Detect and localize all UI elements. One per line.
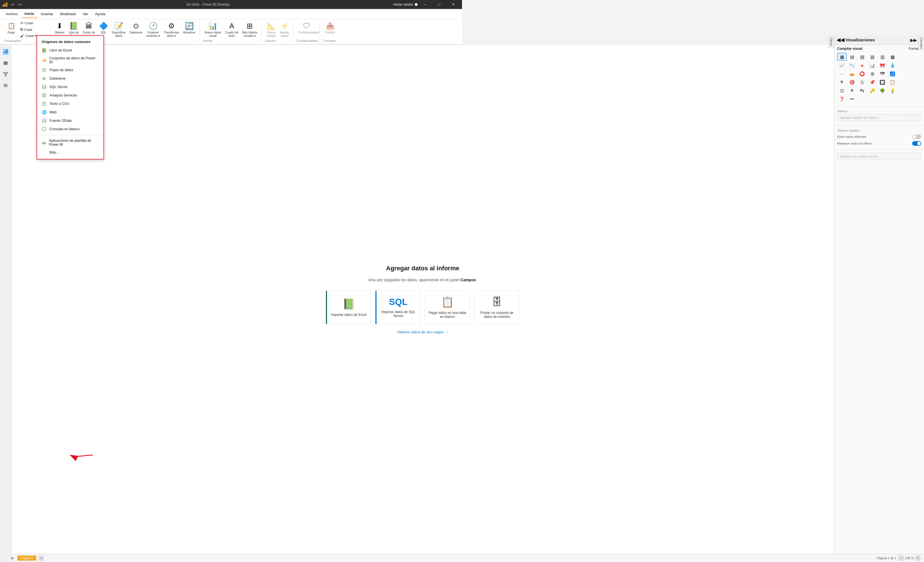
nuevo-objeto-icon: 📊 bbox=[208, 21, 218, 30]
sql-button[interactable]: 🔷 SQL bbox=[97, 20, 110, 35]
transformar-icon: ⚙ bbox=[167, 21, 176, 30]
dropdown-header: Orígenes de datos comunes bbox=[37, 38, 104, 46]
excel-icon: 📗 bbox=[69, 21, 78, 30]
menu-insertar[interactable]: Insertar bbox=[38, 10, 57, 18]
signin-status-dot bbox=[415, 3, 418, 6]
origenes-recientes-button[interactable]: 🕐 Orígenesrecientes ▾ bbox=[144, 20, 161, 39]
dropdown-aplicaciones-plantilla[interactable]: 🗂 Aplicaciones de plantilla de Power BI bbox=[37, 137, 104, 148]
actualizar-icon: 🔄 bbox=[185, 21, 194, 30]
dropdown-web[interactable]: 🌐 Web bbox=[37, 108, 104, 116]
svg-rect-4 bbox=[4, 51, 5, 53]
menu-modelado[interactable]: Modelado bbox=[57, 10, 79, 18]
cuadro-texto-button[interactable]: A Cuadro detexto bbox=[224, 20, 240, 39]
mas-objetos-icon: ⊞ bbox=[245, 21, 254, 30]
paste-button[interactable]: 📋 Pegar bbox=[4, 20, 18, 35]
powerbi-datasets-icon bbox=[42, 58, 46, 63]
close-button[interactable]: ✕ bbox=[447, 0, 460, 9]
dropdown-texto-csv[interactable]: Texto o CSV bbox=[37, 99, 104, 108]
copy-icon: ⧉ bbox=[20, 27, 23, 32]
undo-button[interactable]: ↩ bbox=[10, 1, 16, 8]
ribbon-compartir: 📤 Publicar Compartir bbox=[321, 20, 339, 43]
dropdown-consulta-blanco[interactable]: Consulta en blanco bbox=[37, 125, 104, 133]
dropdown-excel[interactable]: 📗 Libro de Excel bbox=[37, 46, 104, 54]
menu-ver[interactable]: Ver bbox=[80, 10, 92, 18]
powerbi-logo bbox=[2, 2, 8, 7]
dropdown-dataverse[interactable]: ⊙ Dataverse bbox=[37, 74, 104, 83]
paste-icon: 📋 bbox=[7, 21, 16, 30]
mas-objetos-button[interactable]: ⊞ Más objetosvisuales ▾ bbox=[240, 20, 259, 39]
redo-button[interactable]: ↪ bbox=[17, 1, 22, 8]
dropdown-flujos-datos[interactable]: Flujos de datos bbox=[37, 66, 104, 74]
centro-datos-icon: 🏛 bbox=[84, 21, 93, 30]
publicar-icon: 📤 bbox=[326, 21, 334, 30]
menu-archivo[interactable]: Archivo bbox=[2, 10, 21, 18]
signin-area[interactable]: Iniciar sesión bbox=[393, 3, 418, 6]
dataverse-icon: ⊙ bbox=[132, 21, 141, 30]
cut-button[interactable]: ✂ Cortar bbox=[19, 20, 47, 26]
svg-rect-28 bbox=[42, 102, 46, 105]
nueva-medida-icon: 📐 bbox=[267, 21, 276, 30]
svg-rect-9 bbox=[4, 64, 8, 65]
copy-button[interactable]: ⧉ Copia bbox=[19, 26, 47, 32]
svg-rect-8 bbox=[4, 63, 8, 63]
analysis-services-icon bbox=[42, 93, 46, 98]
undo-redo-group: ↩ ↪ bbox=[10, 1, 22, 8]
medida-rapida-button[interactable]: ⚡ Medidarápida bbox=[278, 20, 291, 39]
left-sidebar bbox=[0, 45, 11, 281]
dropdown-sql[interactable]: SQL SQL Server bbox=[37, 83, 104, 91]
nuevo-objeto-button[interactable]: 📊 Nuevo objetovisual bbox=[203, 20, 223, 39]
medida-rapida-icon: ⚡ bbox=[280, 21, 289, 30]
menu-ayuda[interactable]: Ayuda bbox=[92, 10, 109, 18]
svg-rect-5 bbox=[5, 50, 6, 53]
svg-point-10 bbox=[4, 72, 5, 74]
svg-rect-18 bbox=[45, 59, 46, 62]
actualizar-button[interactable]: 🔄 Actualizar bbox=[182, 20, 197, 35]
dataverse-button[interactable]: ⊙ Dataverse bbox=[128, 20, 144, 35]
sql-dropdown-icon: SQL bbox=[42, 84, 46, 89]
dropdown-powerbi-datasets[interactable]: Conjuntos de datos de Power BI bbox=[37, 54, 104, 66]
svg-rect-19 bbox=[42, 68, 46, 72]
title-bar-left: ↩ ↪ bbox=[2, 1, 22, 8]
svg-rect-2 bbox=[6, 2, 7, 7]
sidebar-report-icon[interactable] bbox=[1, 47, 10, 56]
especificar-button[interactable]: 📝 Especificardatos bbox=[110, 20, 128, 39]
svg-text:SQL: SQL bbox=[43, 86, 46, 88]
copy-format-icon: 🖌 bbox=[20, 33, 24, 38]
transformar-datos-button[interactable]: ⚙ Transformardatos ▾ bbox=[162, 20, 181, 39]
cut-icon: ✂ bbox=[20, 21, 24, 25]
menu-bar: Archivo Inicio Insertar Modelado Ver Ayu… bbox=[0, 9, 462, 19]
obtener-icon: ⬇ bbox=[55, 21, 64, 30]
consulta-blanco-icon bbox=[42, 126, 46, 132]
nueva-medida-button[interactable]: 📐 Nuevamedida bbox=[265, 20, 278, 39]
title-bar: ↩ ↪ Sin título - Power BI Desktop Inicia… bbox=[0, 0, 462, 9]
canvas-main-title: Agregar datos al informe bbox=[386, 265, 459, 272]
window-title: Sin título - Power BI Desktop bbox=[186, 3, 230, 6]
svg-line-14 bbox=[4, 74, 6, 75]
svg-line-15 bbox=[6, 74, 7, 75]
origenes-icon: 🕐 bbox=[149, 21, 158, 30]
dataverse-dropdown-icon: ⊙ bbox=[42, 76, 46, 81]
ribbon-calculos: 📐 Nuevamedida ⚡ Medidarápida Cálculos bbox=[262, 20, 293, 43]
svg-rect-7 bbox=[4, 62, 8, 62]
sql-icon: 🔷 bbox=[99, 21, 108, 30]
especificar-icon: 📝 bbox=[114, 21, 123, 30]
plantilla-icon: 🗂 bbox=[42, 140, 46, 145]
dropdown-mas[interactable]: Más... bbox=[37, 148, 104, 157]
svg-rect-16 bbox=[42, 60, 43, 62]
minimize-button[interactable]: ─ bbox=[419, 0, 432, 9]
confidencialidad-button[interactable]: 🛡 Confidencialidad bbox=[297, 20, 317, 35]
svg-rect-6 bbox=[6, 50, 7, 53]
maximize-button[interactable]: □ bbox=[433, 0, 446, 9]
texto-csv-icon bbox=[42, 101, 46, 106]
svg-point-11 bbox=[6, 72, 8, 74]
confidencialidad-icon: 🛡 bbox=[302, 21, 311, 30]
sidebar-dax-icon[interactable] bbox=[1, 81, 10, 90]
canvas-subtitle: Una vez cargados los datos, aparecerán e… bbox=[368, 278, 462, 281]
publicar-button[interactable]: 📤 Publicar bbox=[323, 20, 337, 35]
menu-inicio[interactable]: Inicio bbox=[21, 10, 38, 18]
dropdown-analysis-services[interactable]: Analysis Services bbox=[37, 91, 104, 99]
sidebar-data-icon[interactable] bbox=[1, 59, 10, 68]
dropdown-odata[interactable]: OData Fuente OData bbox=[37, 116, 104, 125]
odata-icon: OData bbox=[42, 118, 46, 123]
sidebar-model-icon[interactable] bbox=[1, 70, 10, 79]
